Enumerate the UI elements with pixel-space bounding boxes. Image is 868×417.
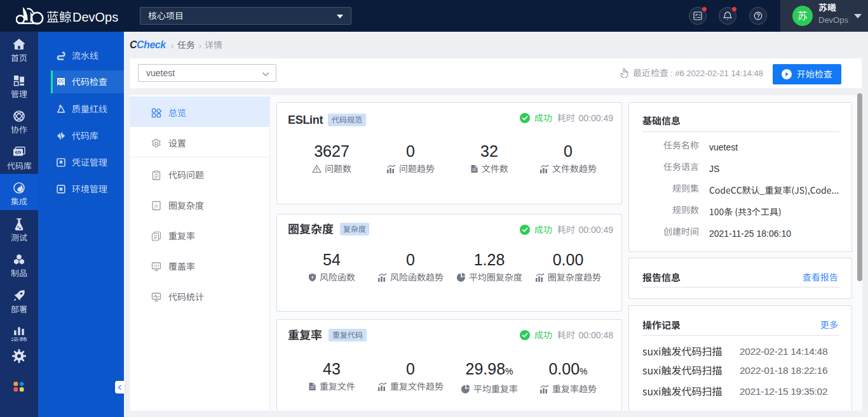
svg-text:CC: CC <box>58 79 64 83</box>
svg-text:fx: fx <box>154 203 158 209</box>
